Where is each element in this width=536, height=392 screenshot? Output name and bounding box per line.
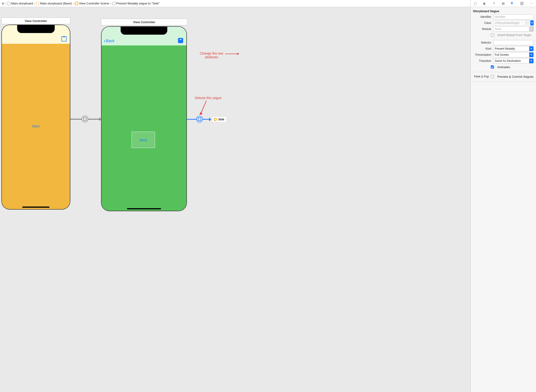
transition-row: Transition Same As Destination	[471, 58, 536, 64]
svg-line-2	[201, 101, 206, 114]
peek-pop-checkbox[interactable]	[491, 75, 494, 78]
scene-a-title[interactable]: View Controller	[1, 18, 70, 24]
identifier-row: Identifier	[471, 14, 536, 20]
inherit-module-row: Inherit Module From Target	[471, 32, 536, 38]
chevron-down-icon	[529, 52, 533, 57]
svg-marker-3	[199, 112, 203, 115]
storyboard-reference-icon	[214, 118, 217, 121]
add-class-button[interactable]: ○	[526, 20, 530, 24]
toolbar: ls › Main.storyboard › Main.storyboard (…	[0, 0, 536, 7]
scene-icon	[75, 2, 78, 5]
animates-label: Animates	[497, 65, 510, 69]
attributes-inspector-tab[interactable]	[510, 1, 515, 6]
presentation-select[interactable]: Full Screen	[493, 52, 534, 57]
scene-a-phone[interactable]: Next	[1, 25, 70, 210]
scene-b-body: Next	[101, 45, 187, 211]
svg-marker-1	[237, 53, 239, 55]
back-button[interactable]: Back	[104, 38, 115, 44]
annotation-arrow-icon	[199, 101, 211, 117]
identity-inspector-tab[interactable]: ▤	[501, 1, 506, 6]
home-indicator	[22, 206, 49, 208]
storyboard-file-icon	[36, 2, 39, 5]
module-label: Module	[473, 27, 491, 31]
scene-b-title[interactable]: View Controller	[101, 19, 187, 25]
crumb-scene[interactable]: View Controller Scene	[75, 2, 109, 5]
size-inspector-tab[interactable]	[520, 1, 524, 6]
chevron-right-icon: ›	[34, 2, 35, 5]
identifier-label: Identifier	[473, 15, 491, 19]
class-label: Class	[473, 21, 491, 25]
peek-pop-label: Peek & Pop	[471, 75, 489, 78]
class-dropdown-button[interactable]	[530, 20, 534, 26]
presentation-row: Presentation Full Screen	[471, 52, 536, 58]
selector-row: Selector	[471, 40, 536, 46]
segue-show-connector[interactable]	[70, 119, 101, 120]
inspector-tabs: ▢ ◐ ? ▤ →	[471, 0, 536, 7]
breadcrumb: ls › Main.storyboard › Main.storyboard (…	[0, 2, 503, 5]
chevron-down-icon	[529, 27, 533, 31]
peek-pop-row: Peek & Pop Preview & Commit Segues	[471, 74, 536, 80]
next-button[interactable]: Next	[2, 124, 70, 128]
crumb-root[interactable]: ls	[2, 2, 4, 5]
download-icon	[178, 38, 183, 43]
side-scene-reference[interactable]: Side	[212, 116, 227, 122]
arrow-right-icon	[99, 117, 103, 121]
crumb-storyboard-file[interactable]: Main.storyboard	[7, 2, 33, 5]
module-select[interactable]: None	[493, 27, 534, 32]
svg-rect-4	[521, 2, 523, 5]
chevron-right-icon: ›	[110, 2, 111, 5]
segue-icon	[112, 2, 115, 5]
selector-field[interactable]	[493, 40, 534, 45]
kind-select[interactable]: Present Modally	[493, 46, 534, 51]
connections-inspector-tab[interactable]: →	[529, 1, 534, 6]
history-inspector-tab[interactable]: ◐	[482, 1, 487, 6]
peek-pop-text: Preview & Commit Segues	[497, 75, 534, 79]
notch	[120, 27, 167, 35]
class-field[interactable]	[493, 20, 526, 26]
identifier-field[interactable]	[493, 14, 534, 19]
transition-select[interactable]: Same As Destination	[493, 58, 534, 63]
segue-section: Storyboard Segue Identifier Class ○ Modu…	[471, 7, 536, 72]
side-scene-label: Side	[218, 118, 224, 121]
kind-row: Kind Present Modally	[471, 46, 536, 52]
chevron-right-icon: ›	[73, 2, 74, 5]
presentation-label: Presentation	[473, 53, 491, 56]
module-row: Module None	[471, 26, 536, 32]
animates-row: Animates	[471, 64, 536, 70]
share-icon	[62, 36, 67, 42]
annotation-arrow-icon	[225, 53, 239, 57]
help-inspector-tab[interactable]: ?	[492, 1, 496, 6]
segue-show-icon	[81, 116, 88, 122]
selector-label: Selector	[473, 41, 491, 44]
crumb-storyboard-base[interactable]: Main.storyboard (Base)	[36, 2, 72, 5]
segue-present-modally-connector[interactable]	[187, 119, 211, 120]
storyboard-canvas[interactable]: View Controller View Controller Next Bac…	[0, 7, 470, 392]
notch	[17, 25, 55, 33]
annotation-select-segue: Selecte this segue	[195, 96, 221, 100]
chevron-down-icon	[529, 59, 533, 63]
container-view[interactable]: Next	[132, 132, 155, 148]
class-row: Class ○	[471, 20, 536, 26]
inherit-module-checkbox[interactable]	[491, 33, 494, 37]
scene-a-body: Next	[2, 44, 70, 209]
crumb-segue[interactable]: Present Modally segue to "Side"	[112, 2, 160, 5]
annotation-change-attributes: Change this two attributes	[200, 51, 223, 59]
chevron-down-icon	[529, 46, 533, 51]
inspector-panel: ▢ ◐ ? ▤ → Storyboard Segue Identifier Cl…	[470, 0, 536, 392]
scene-b-phone[interactable]: Back Next	[101, 26, 187, 211]
animates-checkbox[interactable]	[491, 65, 494, 69]
file-inspector-tab[interactable]: ▢	[473, 1, 478, 6]
file-icon	[7, 2, 10, 5]
home-indicator	[127, 208, 161, 209]
peek-pop-section: Peek & Pop Preview & Commit Segues	[471, 72, 536, 82]
transition-label: Transition	[473, 59, 491, 62]
segue-present-modally-icon	[196, 116, 203, 122]
chevron-right-icon: ›	[5, 2, 6, 5]
section-header: Storyboard Segue	[471, 9, 536, 14]
kind-label: Kind	[473, 47, 491, 50]
inherit-module-label: Inherit Module From Target	[497, 33, 531, 37]
